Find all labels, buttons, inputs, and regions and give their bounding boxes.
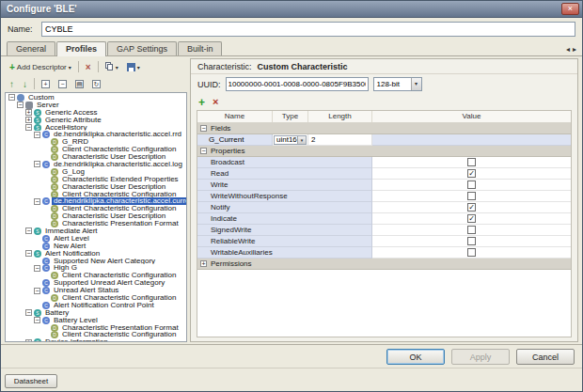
tree-item[interactable]: −Server: [7, 102, 186, 109]
tab-gap-settings[interactable]: GAP Settings: [107, 41, 177, 55]
collapse-icon[interactable]: −: [8, 94, 15, 101]
tree-item[interactable]: DCharacteristic User Description: [7, 153, 186, 161]
add-descriptor-button[interactable]: + Add Descriptor ▾: [7, 61, 74, 73]
expand-icon[interactable]: +: [200, 260, 207, 267]
tree-item[interactable]: DClient Characteristic Configuration: [7, 332, 186, 339]
field-length[interactable]: 2: [308, 134, 372, 146]
tree-item[interactable]: DClient Characteristic Configuration: [7, 146, 186, 153]
reliablewrite-checkbox[interactable]: [467, 237, 476, 245]
tree-item[interactable]: DClient Characteristic Configuration: [7, 272, 186, 279]
tree-item[interactable]: CAlert Level: [7, 235, 186, 243]
write-checkbox[interactable]: [467, 180, 476, 189]
add-field-button[interactable]: +: [198, 97, 205, 108]
collapse-icon[interactable]: −: [200, 125, 207, 132]
collapse-icon[interactable]: −: [34, 317, 40, 323]
refresh-button[interactable]: ↻: [89, 78, 103, 90]
tree-item[interactable]: DClient Characteristic Configuration: [7, 191, 186, 198]
name-input[interactable]: [41, 22, 575, 37]
tree-item[interactable]: −SBattery: [7, 309, 186, 317]
apply-button[interactable]: Apply: [451, 349, 510, 365]
tree-item[interactable]: −Cde.hendriklipka.characteristic.accel.c…: [7, 197, 186, 205]
titlebar[interactable]: Configure 'BLE' ×: [1, 1, 582, 18]
tree-item[interactable]: DCharacteristic Presentation Format: [7, 324, 186, 332]
tree-item[interactable]: −Cde.hendriklipka.characteristic.accel.r…: [7, 131, 186, 138]
expand-icon[interactable]: +: [25, 109, 32, 116]
collapse-icon[interactable]: −: [34, 161, 40, 167]
tree-item[interactable]: +SDevice Information: [7, 338, 186, 342]
signedwrite-checkbox[interactable]: [467, 226, 476, 234]
tab-built-in[interactable]: Built-in: [178, 41, 223, 55]
writableauxiliaries-checkbox[interactable]: [467, 248, 476, 257]
read-checkbox[interactable]: ✓: [467, 169, 476, 178]
tree-item[interactable]: CNew Alert: [7, 243, 186, 250]
tree-item[interactable]: −CUnread Alert Status: [7, 287, 186, 294]
tree-item[interactable]: DCharacteristic Extended Properties: [7, 176, 186, 183]
tree-item[interactable]: −Cde.hendriklipka.characteristic.accel.l…: [7, 161, 186, 168]
tree-item[interactable]: CSupported Unread Alert Category: [7, 279, 186, 287]
datasheet-button[interactable]: Datasheet: [5, 374, 57, 388]
field-type-select[interactable]: uint16▾: [274, 135, 307, 145]
tree-item[interactable]: DClient Characteristic Configuration: [7, 205, 186, 212]
broadcast-checkbox[interactable]: [467, 158, 476, 166]
move-down-button[interactable]: ↓: [20, 77, 30, 91]
group-row-permissions[interactable]: +Permissions: [197, 259, 571, 270]
collapse-icon[interactable]: −: [34, 265, 40, 272]
delete-field-button[interactable]: ×: [213, 97, 218, 107]
tree-item[interactable]: +SGeneric Access: [7, 109, 186, 117]
tree-item[interactable]: −CBattery Level: [7, 317, 186, 324]
tree-item[interactable]: −CHigh G: [7, 264, 186, 272]
collapse-icon[interactable]: −: [17, 102, 24, 108]
collapse-all-button[interactable]: −: [55, 78, 70, 90]
tree-item[interactable]: +SGeneric Attribute: [7, 117, 186, 124]
ok-button[interactable]: OK: [386, 349, 445, 365]
tree-item[interactable]: −SAlert Notification: [7, 250, 186, 258]
tree-item[interactable]: DCharacteristic Presentation Format: [7, 220, 186, 227]
field-name[interactable]: G_Current: [197, 134, 273, 146]
uuid-input[interactable]: [226, 77, 369, 91]
tree-item[interactable]: CSupported New Alert Category: [7, 258, 186, 265]
save-load-button[interactable]: ▾: [124, 61, 143, 73]
collapse-icon[interactable]: −: [200, 148, 207, 154]
tab-scroll-left-icon[interactable]: ◂: [566, 45, 570, 54]
collapse-icon[interactable]: −: [25, 124, 32, 131]
property-row: WriteWithoutResponse: [197, 191, 571, 202]
indicate-checkbox[interactable]: ✓: [467, 214, 476, 223]
tree-item[interactable]: DClient Characteristic Configuration: [7, 294, 186, 302]
move-up-button[interactable]: ↑: [7, 77, 17, 91]
tree-item[interactable]: CAlert Notification Control Point: [7, 302, 186, 309]
toolbar-separator: [34, 78, 35, 89]
field-value[interactable]: [372, 134, 571, 146]
group-row-properties[interactable]: −Properties: [197, 146, 571, 157]
uuid-format-select[interactable]: 128-bit ▾: [373, 77, 422, 91]
copy-paste-button[interactable]: ▾: [102, 60, 121, 73]
cancel-button[interactable]: Cancel: [516, 349, 575, 365]
tree-item[interactable]: DCharacteristic User Description: [7, 212, 186, 220]
collapse-icon[interactable]: −: [25, 227, 32, 234]
tab-general[interactable]: General: [7, 41, 55, 55]
tabs-list: GeneralProfilesGAP SettingsBuilt-in: [7, 40, 223, 55]
tree-item[interactable]: −SAccelHistory: [7, 124, 186, 132]
close-button[interactable]: ×: [561, 3, 579, 15]
collapse-icon[interactable]: −: [34, 288, 40, 294]
collapse-icon[interactable]: −: [34, 132, 40, 138]
writewithoutresponse-checkbox[interactable]: [467, 192, 476, 200]
notify-checkbox[interactable]: ✓: [467, 203, 476, 212]
tree-item[interactable]: DG_RRD: [7, 138, 186, 146]
tab-profiles[interactable]: Profiles: [56, 41, 106, 56]
delete-button[interactable]: ×: [83, 61, 94, 73]
expand-all-button[interactable]: +: [39, 78, 53, 90]
tab-scroll-right-icon[interactable]: ▸: [573, 45, 576, 54]
expand-icon[interactable]: +: [25, 339, 32, 342]
tree-item[interactable]: −Custom: [7, 94, 186, 102]
group-row-fields[interactable]: −Fields: [197, 123, 571, 134]
collapse-icon[interactable]: −: [25, 309, 32, 316]
detail-header-value: Custom Characteristic: [258, 62, 348, 71]
tree-item[interactable]: DG_Log: [7, 168, 186, 176]
tree-item[interactable]: DCharacteristic User Description: [7, 183, 186, 191]
collapse-icon[interactable]: −: [25, 250, 32, 257]
service-icon: S: [34, 338, 41, 342]
show-uuid-button[interactable]: ▤: [72, 78, 87, 90]
expand-icon[interactable]: +: [25, 117, 32, 123]
collapse-icon[interactable]: −: [34, 198, 40, 205]
tree-item[interactable]: −SImmediate Alert: [7, 227, 186, 235]
